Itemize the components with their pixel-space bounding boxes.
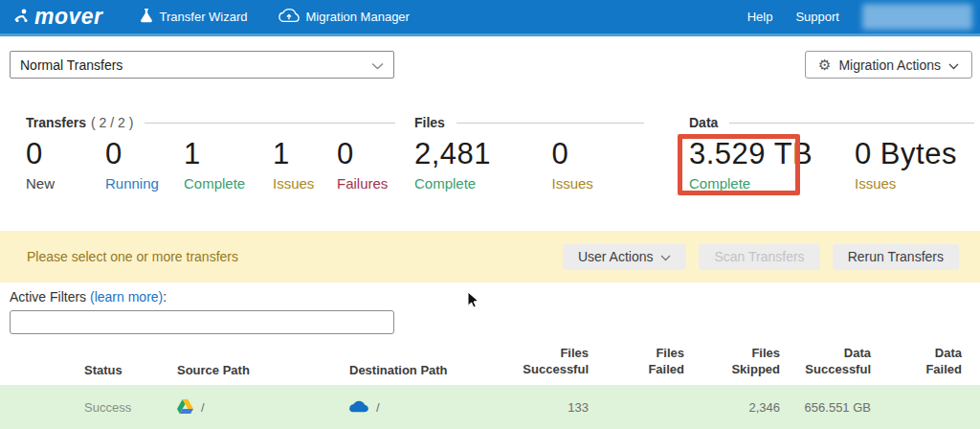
chevron-down-icon: [660, 249, 671, 264]
destination-path-text: /: [376, 400, 380, 415]
user-actions-button[interactable]: User Actions: [563, 244, 687, 270]
row-files-skipped: 2,346: [684, 400, 780, 415]
header-files-successful: FilesSuccessful: [493, 345, 589, 377]
migration-actions-label: Migration Actions: [838, 57, 941, 73]
stat-label: Running: [105, 175, 184, 192]
stat-label: Issues: [855, 175, 957, 192]
active-filters-section: Active Filters (learn more):: [10, 289, 970, 334]
stat-value: 0: [105, 137, 184, 171]
divider: [457, 123, 644, 124]
stat-value: 0 Bytes: [855, 137, 957, 171]
transfer-type-select[interactable]: Normal Transfers: [10, 51, 394, 79]
divider: [729, 123, 974, 124]
cloud-upload-icon: [278, 8, 300, 26]
stats-group-transfers: Transfers ( 2 / 2 ) 0 New 0 Running 1 Co…: [26, 114, 414, 192]
stat-value: 3.529 TB: [689, 137, 855, 171]
active-filters-text: Active Filters: [10, 289, 90, 305]
stat-label: Complete: [414, 175, 552, 192]
header-source-path: Source Path: [177, 363, 349, 377]
user-account-redacted[interactable]: [862, 4, 972, 30]
nav-transfer-wizard[interactable]: Transfer Wizard: [140, 8, 248, 26]
scan-transfers-button[interactable]: Scan Transfers: [699, 244, 819, 270]
mover-logo[interactable]: mover: [13, 4, 103, 30]
stat-value: 1: [273, 137, 337, 171]
stat-transfers-failures: 0 Failures: [337, 137, 388, 192]
stat-data-complete: 3.529 TB Complete: [689, 137, 855, 192]
active-filters-label: Active Filters (learn more):: [10, 289, 970, 305]
stat-label: Issues: [273, 175, 337, 192]
nav-support[interactable]: Support: [795, 10, 839, 24]
stat-value: 0: [552, 137, 690, 171]
stat-data-issues: 0 Bytes Issues: [855, 137, 957, 192]
stat-files-issues: 0 Issues: [552, 137, 690, 192]
nav-migration-manager-label: Migration Manager: [306, 10, 410, 24]
gear-icon: ⚙: [818, 57, 831, 72]
stat-transfers-running: 0 Running: [105, 137, 184, 192]
stat-transfers-new: 0 New: [26, 137, 105, 192]
transfers-table-header: Status Source Path Destination Path File…: [0, 345, 980, 385]
stat-value: 0: [26, 137, 105, 171]
row-data-successful: 656.551 GB: [780, 400, 871, 415]
rerun-transfers-label: Rerun Transfers: [848, 249, 944, 264]
migration-actions-button[interactable]: ⚙ Migration Actions: [805, 51, 972, 79]
stats-group-count: ( 2 / 2 ): [91, 115, 133, 130]
header-files-skipped: FilesSkipped: [684, 345, 780, 377]
chevron-down-icon: [948, 57, 959, 73]
header-destination-path: Destination Path: [349, 363, 493, 377]
chevron-down-icon: [371, 57, 384, 73]
row-source-path: /: [177, 399, 349, 417]
mover-mascot-icon: [13, 8, 31, 27]
flask-icon: [140, 8, 153, 26]
stat-value: 1: [184, 137, 273, 171]
stats-group-title: Data: [689, 115, 718, 130]
stat-label: Failures: [337, 175, 388, 192]
brand-name: mover: [34, 4, 103, 30]
row-status: Success: [84, 400, 177, 415]
stat-transfers-complete: 1 Complete: [184, 137, 273, 192]
active-filters-input[interactable]: [10, 310, 394, 334]
stats-group-title: Files: [414, 115, 445, 130]
stat-label: Complete: [184, 175, 273, 192]
stat-label: Complete: [689, 175, 855, 192]
top-navbar: mover Transfer Wizard Migration Manager …: [0, 0, 980, 36]
stat-files-complete: 2,481 Complete: [414, 137, 552, 192]
source-path-text: /: [201, 400, 205, 415]
stat-label: Issues: [552, 175, 690, 192]
active-filters-colon: :: [163, 289, 167, 305]
stats-group-title: Transfers: [26, 115, 86, 130]
stat-value: 0: [337, 137, 388, 171]
onedrive-icon: [349, 399, 368, 416]
rerun-transfers-button[interactable]: Rerun Transfers: [833, 244, 959, 270]
nav-transfer-wizard-label: Transfer Wizard: [160, 10, 248, 24]
header-files-failed: FilesFailed: [589, 345, 684, 377]
user-actions-label: User Actions: [578, 249, 654, 264]
stat-transfers-issues: 1 Issues: [273, 137, 337, 192]
stats-summary: Transfers ( 2 / 2 ) 0 New 0 Running 1 Co…: [0, 114, 980, 192]
divider: [145, 123, 395, 124]
learn-more-link[interactable]: (learn more): [90, 289, 163, 305]
header-data-failed: DataFailed: [871, 345, 962, 377]
table-row[interactable]: Success / / 133 2,346 656.551 GB: [0, 385, 980, 429]
header-status: Status: [84, 363, 177, 377]
transfer-type-value: Normal Transfers: [20, 57, 122, 73]
stat-label: New: [26, 175, 105, 192]
scan-transfers-label: Scan Transfers: [714, 249, 804, 264]
row-destination-path: /: [349, 399, 493, 416]
nav-help[interactable]: Help: [747, 10, 773, 24]
nav-migration-manager[interactable]: Migration Manager: [278, 8, 410, 26]
stats-group-data: Data 3.529 TB Complete 0 Bytes Issues: [689, 114, 980, 192]
row-files-successful: 133: [493, 400, 589, 415]
stats-group-files: Files 2,481 Complete 0 Issues: [414, 114, 689, 192]
selection-banner: Please select one or more transfers User…: [0, 231, 980, 282]
toolbar: Normal Transfers ⚙ Migration Actions: [10, 51, 972, 79]
banner-message: Please select one or more transfers: [27, 249, 238, 264]
stat-value: 2,481: [414, 137, 552, 171]
header-data-successful: DataSuccessful: [780, 345, 871, 377]
google-drive-icon: [177, 399, 193, 417]
